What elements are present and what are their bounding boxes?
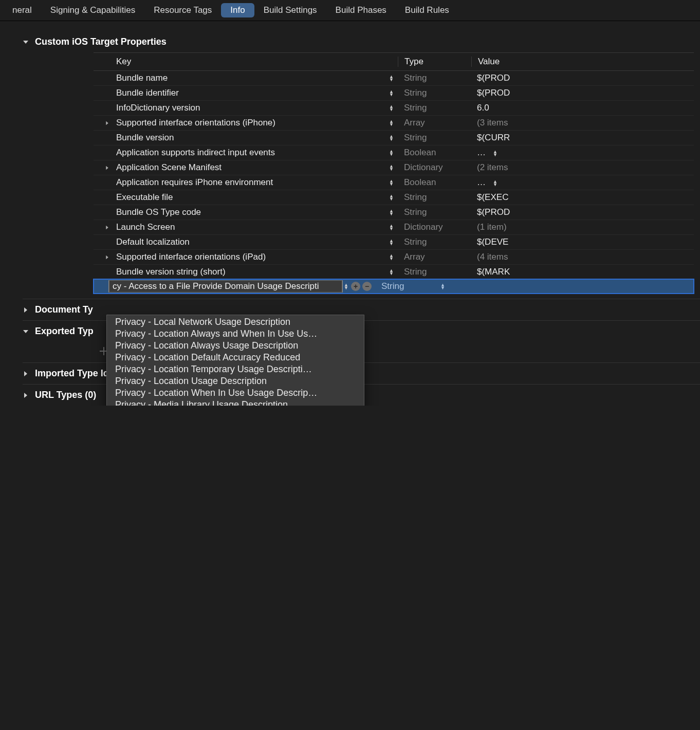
table-row[interactable]: Executable file▲▼String$(EXEC xyxy=(94,190,694,205)
key-stepper-icon[interactable]: ▲▼ xyxy=(389,254,394,260)
table-row[interactable]: Bundle name▲▼String$(PROD xyxy=(94,71,694,86)
table-row[interactable]: Application requires iPhone environment▲… xyxy=(94,175,694,190)
type-label[interactable]: String xyxy=(398,192,471,203)
col-key-header[interactable]: Key xyxy=(94,57,398,67)
type-label[interactable]: String xyxy=(398,88,471,98)
key-input[interactable] xyxy=(109,280,342,293)
chevron-right-icon xyxy=(23,371,29,377)
bool-stepper-icon[interactable]: ▲▼ xyxy=(493,150,498,156)
disclosure-icon[interactable] xyxy=(103,162,111,173)
value-label[interactable]: (4 items xyxy=(471,252,694,262)
table-row[interactable]: Application Scene Manifest▲▼Dictionary(2… xyxy=(94,160,694,175)
tab-signing-capabilities[interactable]: Signing & Capabilities xyxy=(41,3,144,17)
key-stepper-icon[interactable]: ▲▼ xyxy=(389,194,394,200)
value-label[interactable]: (2 items xyxy=(471,162,694,173)
value-label[interactable]: …▲▼ xyxy=(471,177,694,188)
tab-info[interactable]: Info xyxy=(221,3,254,17)
key-stepper-icon[interactable]: ▲▼ xyxy=(389,239,394,245)
table-row[interactable]: InfoDictionary version▲▼String6.0 xyxy=(94,101,694,116)
key-stepper-icon[interactable]: ▲▼ xyxy=(389,224,394,230)
key-label: Bundle identifier xyxy=(116,88,179,98)
dropdown-item[interactable]: Privacy - Media Library Usage Descriptio… xyxy=(107,399,364,406)
key-stepper-icon[interactable]: ▲▼ xyxy=(389,75,394,81)
tab-neral[interactable]: neral xyxy=(3,3,41,17)
add-key-button[interactable]: + xyxy=(351,282,360,291)
table-row[interactable]: Bundle identifier▲▼String$(PROD xyxy=(94,86,694,101)
dropdown-item[interactable]: Privacy - Location Usage Description xyxy=(107,375,364,387)
type-label[interactable]: Array xyxy=(398,118,471,128)
value-label[interactable]: $(DEVE xyxy=(471,237,694,247)
remove-key-button[interactable]: − xyxy=(362,282,372,291)
section-header[interactable]: Custom iOS Target Properties xyxy=(23,31,700,52)
type-label[interactable]: String xyxy=(398,267,471,277)
table-row[interactable]: Launch Screen▲▼Dictionary(1 item) xyxy=(94,220,694,235)
type-stepper-icon[interactable]: ▲▼ xyxy=(440,283,445,289)
key-stepper-icon[interactable]: ▲▼ xyxy=(389,209,394,215)
bool-stepper-icon[interactable]: ▲▼ xyxy=(493,180,498,186)
value-label[interactable]: …▲▼ xyxy=(471,148,694,158)
type-label[interactable]: Dictionary xyxy=(398,222,471,232)
dropdown-item[interactable]: Privacy - Local Network Usage Descriptio… xyxy=(107,316,364,328)
disclosure-icon[interactable] xyxy=(103,252,111,262)
table-row[interactable]: Bundle version▲▼String$(CURR xyxy=(94,131,694,145)
col-type-header[interactable]: Type xyxy=(398,57,471,67)
type-label[interactable]: Dictionary xyxy=(398,162,471,173)
key-stepper-icon[interactable]: ▲▼ xyxy=(389,150,394,156)
table-row[interactable]: Default localization▲▼String$(DEVE xyxy=(94,235,694,250)
plist-table: Key Type Value Bundle name▲▼String$(PROD… xyxy=(94,52,694,294)
value-label[interactable]: (1 item) xyxy=(471,222,694,232)
disclosure-icon[interactable] xyxy=(103,118,111,128)
chevron-right-icon xyxy=(23,307,29,313)
tab-build-phases[interactable]: Build Phases xyxy=(326,3,396,17)
table-row[interactable]: Supported interface orientations (iPad)▲… xyxy=(94,250,694,265)
type-label[interactable]: Array xyxy=(398,252,471,262)
key-stepper-icon[interactable]: ▲▼ xyxy=(389,135,394,141)
value-label[interactable]: (3 items xyxy=(471,118,694,128)
type-label[interactable]: String xyxy=(398,237,471,247)
value-label[interactable]: $(PROD xyxy=(471,73,694,83)
value-label[interactable]: $(CURR xyxy=(471,133,694,143)
key-label: Application requires iPhone environment xyxy=(116,177,273,188)
disclosure-icon[interactable] xyxy=(103,222,111,232)
key-stepper-icon[interactable]: ▲▼ xyxy=(389,269,394,275)
key-stepper-icon[interactable]: ▲▼ xyxy=(389,165,394,171)
tab-resource-tags[interactable]: Resource Tags xyxy=(144,3,221,17)
value-label[interactable]: 6.0 xyxy=(471,103,694,113)
chevron-down-icon xyxy=(23,39,29,45)
key-stepper-icon[interactable]: ▲▼ xyxy=(389,179,394,186)
value-label[interactable]: $(EXEC xyxy=(471,192,694,203)
type-label[interactable]: Boolean xyxy=(398,177,471,188)
dropdown-item[interactable]: Privacy - Location Always and When In Us… xyxy=(107,328,364,340)
key-label: Supported interface orientations (iPad) xyxy=(116,252,266,262)
key-stepper-icon[interactable]: ▲▼ xyxy=(344,283,348,289)
col-value-header[interactable]: Value xyxy=(471,57,694,67)
dropdown-item[interactable]: Privacy - Location Always Usage Descript… xyxy=(107,340,364,352)
target-tabs: neralSigning & CapabilitiesResource Tags… xyxy=(0,0,700,21)
value-label[interactable]: $(PROD xyxy=(471,88,694,98)
dropdown-item[interactable]: Privacy - Location Temporary Usage Descr… xyxy=(107,363,364,375)
dropdown-item[interactable]: Privacy - Location Default Accuracy Redu… xyxy=(107,352,364,363)
type-label[interactable]: String xyxy=(398,103,471,113)
table-row[interactable]: Application supports indirect input even… xyxy=(94,145,694,160)
value-label[interactable]: $(PROD xyxy=(471,207,694,217)
key-stepper-icon[interactable]: ▲▼ xyxy=(389,105,394,111)
key-stepper-icon[interactable]: ▲▼ xyxy=(389,120,394,126)
tab-build-settings[interactable]: Build Settings xyxy=(254,3,326,17)
chevron-down-icon xyxy=(23,328,29,335)
dropdown-item[interactable]: Privacy - Location When In Use Usage Des… xyxy=(107,387,364,399)
type-label[interactable]: String xyxy=(398,207,471,217)
type-label[interactable]: String xyxy=(398,73,471,83)
table-row[interactable]: Bundle OS Type code▲▼String$(PROD xyxy=(94,205,694,220)
key-label: Bundle version string (short) xyxy=(116,267,226,277)
key-autocomplete-dropdown[interactable]: Privacy - Local Network Usage Descriptio… xyxy=(106,315,364,406)
table-row[interactable]: Bundle version string (short)▲▼String$(M… xyxy=(94,265,694,279)
key-stepper-icon[interactable]: ▲▼ xyxy=(389,90,394,96)
type-label[interactable]: String xyxy=(398,133,471,143)
section-title: Custom iOS Target Properties xyxy=(35,36,167,47)
tab-build-rules[interactable]: Build Rules xyxy=(396,3,458,17)
value-label[interactable]: $(MARK xyxy=(471,267,694,277)
editing-type[interactable]: String ▲▼ xyxy=(375,281,448,291)
type-label[interactable]: Boolean xyxy=(398,148,471,158)
table-row[interactable]: Supported interface orientations (iPhone… xyxy=(94,116,694,131)
editing-row[interactable]: ▲▼ + − String ▲▼ xyxy=(94,279,694,294)
